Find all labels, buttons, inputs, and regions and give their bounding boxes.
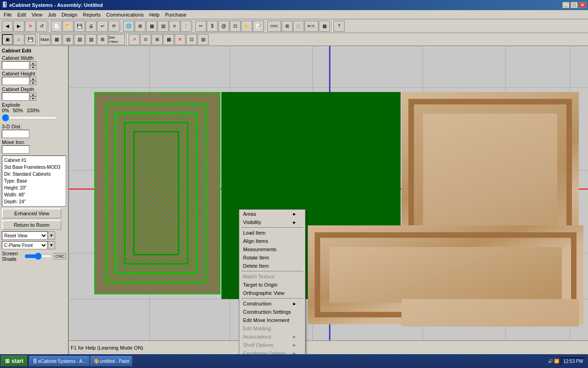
t2-2[interactable]: ▤ [62, 34, 74, 45]
menu-areas[interactable]: Areas ▶ [239, 210, 305, 218]
menu-edit[interactable]: Edit [15, 11, 29, 18]
help-btn[interactable]: ? [334, 21, 345, 32]
t2-8[interactable]: ⊞ [152, 34, 163, 45]
height-down-btn[interactable]: ▼ [30, 81, 36, 85]
menu-edit-move-increment[interactable]: Edit Move Increment [239, 316, 305, 324]
save-btn[interactable]: 💾 [74, 21, 85, 32]
depth-down-btn[interactable]: ▼ [30, 97, 36, 101]
cplane-select[interactable]: C-Plane Front [2, 241, 48, 249]
tool5-btn[interactable]: ▤ [158, 21, 169, 32]
t2-5[interactable]: ⊞ [97, 34, 108, 45]
room-btn[interactable]: ⌂ [13, 34, 24, 45]
menu-construction[interactable]: Construction ▶ [239, 299, 305, 308]
menu-file[interactable]: File [1, 11, 15, 18]
width-down-btn[interactable]: ▼ [30, 65, 36, 69]
menu-bar: File Edit View Job Design Reports Commun… [0, 10, 588, 19]
t2-11[interactable]: ▤ [198, 34, 209, 45]
menu-job[interactable]: Job [45, 11, 59, 18]
menu-rotate-item[interactable]: Rotate Item [239, 253, 305, 262]
cplane-arrow[interactable]: ▼ [48, 241, 55, 249]
undo-btn[interactable]: ↩ [97, 21, 108, 32]
cabinet-width-input[interactable]: 48" [2, 61, 29, 69]
tool11-btn[interactable]: ⊡ [230, 21, 241, 32]
mo-btn[interactable]: M.O. [305, 21, 318, 32]
explode-slider[interactable] [2, 114, 57, 121]
menu-align-items[interactable]: Align Items [239, 237, 305, 245]
t2-10[interactable]: ⊡ [186, 34, 197, 45]
tool9-btn[interactable]: $ [207, 21, 218, 32]
cnc-label-btn[interactable]: CNC [54, 253, 67, 259]
menu-communications[interactable]: Communications [103, 11, 147, 18]
reset-view-arrow[interactable]: ▼ [48, 231, 55, 240]
t2-4[interactable]: ▨ [85, 34, 96, 45]
move-incr-input[interactable]: 0" [2, 145, 29, 154]
open-btn[interactable]: 📂 [62, 21, 74, 32]
menu-delete-item[interactable]: Delete Item [239, 262, 305, 270]
tool13-btn[interactable]: 📝 [253, 21, 264, 32]
main-btn[interactable]: Main [40, 34, 51, 45]
menu-target-origin[interactable]: Target to Origin [239, 281, 305, 289]
menu-load-item[interactable]: Load Item [239, 229, 305, 237]
tool2-btn[interactable]: 🌐 [123, 21, 134, 32]
tool3-btn[interactable]: ⊞ [135, 21, 146, 32]
menu-purchase[interactable]: Purchase [162, 11, 189, 18]
menu-design[interactable]: Design [59, 11, 80, 18]
menu-reports[interactable]: Reports [80, 11, 103, 18]
t2-1[interactable]: ▦ [51, 34, 62, 45]
tool15-btn[interactable]: ▦ [319, 21, 330, 32]
cnc-btn[interactable]: CNC [267, 21, 281, 32]
start-button[interactable]: ⊞ start [1, 356, 28, 367]
print-btn[interactable]: 🖨 [85, 21, 96, 32]
menu-measurements[interactable]: Measurements [239, 245, 305, 253]
t2-9[interactable]: ▦ [163, 34, 174, 45]
back-btn[interactable]: ◀ [2, 21, 13, 32]
t2-3[interactable]: ▧ [74, 34, 85, 45]
enhanced-view-btn[interactable]: Enhanced View [2, 208, 62, 218]
forward-btn[interactable]: ▶ [13, 21, 24, 32]
stop-btn[interactable]: ✕ [25, 21, 36, 32]
tool14-btn[interactable]: ⊞ [282, 21, 293, 32]
def-item-btn[interactable]: Def. +Item [108, 34, 125, 45]
new-btn[interactable]: 📄 [51, 21, 62, 32]
cabinet-height-input[interactable]: 20" [2, 77, 29, 85]
t2-6[interactable]: ↗ [129, 34, 140, 45]
tool12-btn[interactable]: 📐 [241, 21, 252, 32]
tool4-btn[interactable]: ▦ [146, 21, 157, 32]
dist3d-input[interactable] [2, 130, 29, 138]
maximize-btn[interactable]: □ [571, 2, 578, 8]
t2-7[interactable]: ⊙ [140, 34, 151, 45]
cart-btn[interactable]: 🛒 [293, 21, 304, 32]
cabinet-width-row: Cabinet Width 48" ▲ ▼ [2, 55, 66, 69]
depth-up-btn[interactable]: ▲ [30, 92, 36, 97]
taskbar-ecabinet[interactable]: 🗄 eCabinet Systems - A... [29, 356, 90, 366]
save2-btn[interactable]: 💾 [25, 34, 36, 45]
width-up-btn[interactable]: ▲ [30, 61, 36, 65]
delete-btn[interactable]: ✕ [175, 34, 186, 45]
canvas-area[interactable]: Areas ▶ Visibility ▶ Load Item Align Ite… [69, 46, 588, 354]
taskbar-paint[interactable]: 🎨 untitled - Paint [90, 356, 133, 366]
menu-ortho-view[interactable]: Orthographic View [239, 289, 305, 297]
menu-delete-item-label: Delete Item [243, 263, 269, 269]
window-controls[interactable]: _ □ ✕ [562, 2, 586, 8]
menu-view[interactable]: View [29, 11, 45, 18]
close-btn[interactable]: ✕ [579, 2, 586, 8]
menu-visibility[interactable]: Visibility ▶ [239, 218, 305, 226]
tool7-btn[interactable]: ⋮ [181, 21, 192, 32]
sep-2 [241, 271, 303, 271]
select-btn[interactable]: ▣ [2, 34, 13, 45]
tool8-btn[interactable]: ✂ [195, 21, 206, 32]
cabinet-depth-input[interactable]: 24" [2, 92, 29, 101]
minimize-btn[interactable]: _ [562, 2, 570, 8]
reset-view-select[interactable]: Reset View [2, 231, 48, 240]
screen-shade-slider[interactable] [24, 253, 52, 260]
menu-construction-settings[interactable]: Construction Settings [239, 308, 305, 316]
tool6-btn[interactable]: ≡ [169, 21, 180, 32]
return-to-room-btn[interactable]: Return to Room [2, 220, 62, 230]
menu-help[interactable]: Help [147, 11, 163, 18]
refresh-btn[interactable]: ↺ [36, 21, 47, 32]
tool10-btn[interactable]: @ [218, 21, 229, 32]
tool1-btn[interactable]: ⟳ [108, 21, 119, 32]
menu-visibility-label: Visibility [243, 219, 261, 225]
cabinet-bottom-strip [401, 299, 579, 327]
height-up-btn[interactable]: ▲ [30, 77, 36, 81]
